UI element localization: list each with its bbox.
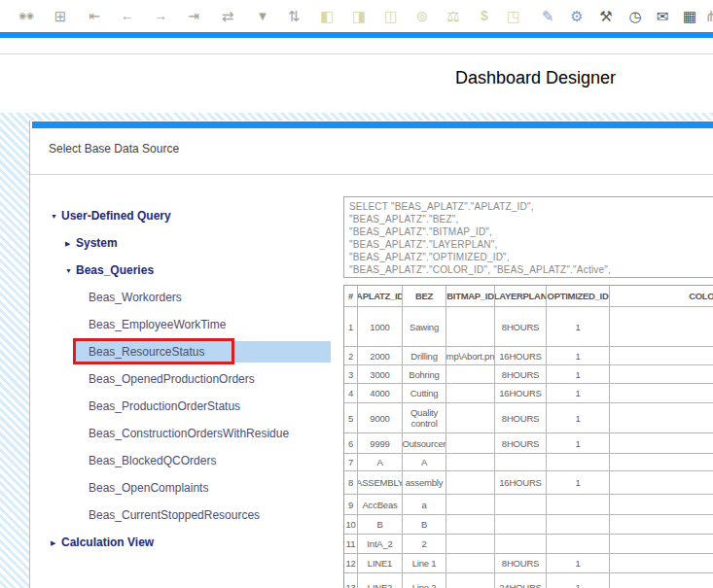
first-record-icon[interactable]: ⇤ [82,4,107,28]
grid-cell [610,384,713,403]
expand-arrow-icon[interactable]: ▶ [65,230,76,258]
grid-row[interactable]: 10BB [344,515,713,535]
next-record-icon[interactable]: → [148,4,173,28]
grid-column-header: COLOR_ID [610,286,713,307]
alert-document-icon[interactable]: ◷ [623,4,648,28]
tree-item-user-defined-query[interactable]: ▼User-Defined Query [30,202,343,229]
org-structure-icon[interactable]: ⋔ [698,4,713,28]
grid-cell: 1 [547,365,610,384]
refresh-icon[interactable]: ⇄ [215,4,240,28]
grid-cell: 2000 [358,347,403,365]
grid-cell: 1 [547,347,610,365]
grid-row[interactable]: 33000Bohring8HOURS1 [344,365,713,384]
toolbar-separator [0,53,713,54]
grid-cell [446,554,495,573]
payment-means-icon[interactable]: ⊚ [410,4,435,28]
grid-cell [446,454,495,471]
tree-item-beas-resourcestatus[interactable]: Beas_ResourceStatus [30,338,343,365]
grid-cell: 2 [403,535,446,554]
document-total-icon[interactable]: ◫ [378,4,404,28]
grid-cell [446,433,495,454]
grid-cell: Line 1 [403,554,446,573]
tree-item-label: Beas_OpenComplaints [89,481,208,495]
sort-icon[interactable]: ⇅ [281,4,306,28]
grid-cell [446,573,495,588]
grid-cell: 8HOURS [495,365,547,384]
previous-record-icon[interactable]: ← [115,4,140,28]
grid-row[interactable]: 59000Quality control8HOURS1 [344,403,713,433]
grid-cell: bmp\Abort.png [446,347,495,365]
collapse-arrow-icon[interactable]: ▼ [65,258,76,285]
base-document-icon[interactable]: ◳ [501,4,526,28]
grid-cell [610,347,713,365]
tree-item-system[interactable]: ▶System [30,229,343,257]
grid-cell: 5 [344,403,358,433]
gross-profit-icon[interactable]: $ [472,4,497,28]
grid-cell: Cutting [403,384,446,403]
grid-cell [446,403,495,433]
tree-item-label: Beas_BlockedQCOrders [89,454,216,467]
grid-cell: 1000 [358,307,403,347]
grid-row[interactable]: 44000Cutting16HOURS1 [344,384,713,403]
edit-icon[interactable]: ✎ [535,4,560,28]
copy-to-icon[interactable]: ◨ [346,4,372,28]
copy-from-icon[interactable]: ◧ [314,4,339,28]
tree-item-beas-workorders[interactable]: Beas_Workorders [30,284,343,311]
tree-item-beas-queries[interactable]: ▼Beas_Queries [30,257,343,284]
grid-cell: AccBeas [358,495,403,515]
grid-row[interactable]: 11IntA_22 [344,535,713,554]
tree-item-calculation-view[interactable]: ▶Calculation View [30,529,343,556]
tree-item-beas-openedproductionorders[interactable]: Beas_OpenedProductionOrders [30,365,343,393]
grid-row[interactable]: 13LINE2Line 224HOURS1 [344,573,713,588]
grid-row[interactable]: 22000Drillingbmp\Abort.png16HOURS1 [344,347,713,365]
tree-item-label: Beas_EmployeeWorkTime [89,318,226,331]
grid-cell: 13 [344,573,358,588]
grid-cell: 1 [547,573,610,588]
grid-cell [610,515,713,535]
grid-row[interactable]: 9AccBeasa [344,495,713,515]
tree-item-beas-employeeworktime[interactable]: Beas_EmployeeWorkTime [30,311,343,338]
tree-item-label: Beas_CurrentStoppedResources [89,508,260,522]
tree-item-beas-constructionorderswithresidue[interactable]: Beas_ConstructionOrdersWithResidue [30,420,343,447]
grid-cell: 8HOURS [495,307,547,347]
message-alert-icon[interactable]: ✉ [650,4,675,28]
grid-cell: B [358,515,403,535]
grid-cell: Line 2 [403,573,446,588]
tree-item-beas-opencomplaints[interactable]: Beas_OpenComplaints [30,474,343,502]
add-record-icon[interactable]: ⊞ [48,4,73,28]
grid-cell: 3 [344,365,358,384]
grid-row[interactable]: 11000Sawing8HOURS1 [344,307,713,347]
grid-cell: IntA_2 [358,535,403,554]
expand-arrow-icon[interactable]: ▶ [51,530,61,557]
tree-item-beas-currentstoppedresources[interactable]: Beas_CurrentStoppedResources [30,502,343,529]
grid-cell: Bohring [403,365,446,384]
grid-cell [446,515,495,535]
collapse-arrow-icon[interactable]: ▼ [51,203,61,230]
grid-row[interactable]: 69999Outsourcer8HOURS1 [344,433,713,454]
filter-icon[interactable]: ▼ [250,4,275,28]
tree-item-beas-productionorderstatus[interactable]: Beas_ProductionOrderStatus [30,393,343,420]
grid-row[interactable]: 7AA [344,454,713,471]
last-record-icon[interactable]: ⇥ [181,4,206,28]
grid-row[interactable]: 8ASSEMBLYassembly16HOURS1 [344,471,713,495]
grid-cell: 6 [344,433,358,454]
dashboard-designer-window: { "window": { "title": "Dashboard Design… [0,0,713,588]
volume-weight-icon[interactable]: ⚖ [441,4,466,28]
grid-cell: 1 [547,433,610,454]
top-accent-bar [0,32,713,38]
find-icon[interactable]: ◉◉ [14,4,39,28]
sql-line: "BEAS_APLATZ"."OPTIMIZED_ID", [349,251,713,263]
document-repair-icon[interactable]: ⚒ [593,4,619,28]
grid-cell [446,307,495,347]
grid-column-header: BITMAP_ID [446,286,495,307]
grid-cell [610,433,713,454]
grid-cell [610,495,713,515]
grid-cell [547,535,610,554]
grid-cell [547,515,610,535]
grid-cell: 16HOURS [495,471,547,495]
grid-row[interactable]: 12LINE1Line 18HOURS1 [344,554,713,573]
sql-preview-box[interactable]: SELECT "BEAS_APLATZ"."APLATZ_ID","BEAS_A… [343,196,713,278]
document-settings-icon[interactable]: ⚙ [564,4,589,28]
grid-cell: 2 [344,347,358,365]
tree-item-beas-blockedqcorders[interactable]: Beas_BlockedQCOrders [30,447,343,474]
